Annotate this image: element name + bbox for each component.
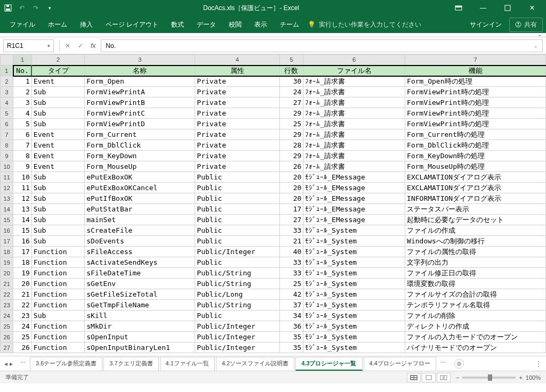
cell[interactable]: 4 (13, 108, 32, 119)
cell[interactable]: 42 (279, 289, 303, 300)
cell[interactable]: ﾌｫｰﾑ_請求書 (303, 119, 405, 129)
tab-scroll-icon[interactable]: ⋮ (535, 360, 542, 368)
cell[interactable]: ﾓｼﾞｭｰﾙ_System (303, 342, 405, 353)
cell[interactable]: 24 (13, 321, 32, 332)
cell[interactable]: Private (195, 97, 279, 108)
row-header[interactable]: 4 (1, 97, 13, 108)
row-header[interactable]: 21 (1, 279, 13, 289)
row-header[interactable]: 13 (1, 193, 13, 204)
new-sheet-button[interactable]: ⊕ (454, 359, 464, 369)
cell[interactable]: Form_MouseUp時の処理 (405, 161, 546, 172)
cell[interactable]: 2 (13, 87, 32, 97)
cell[interactable]: 20 (13, 279, 32, 289)
cell[interactable]: 23 (13, 311, 32, 321)
row-header[interactable]: 9 (1, 151, 13, 161)
ribbon-tab[interactable]: 校閲 (222, 17, 248, 32)
cell[interactable]: Sub (31, 172, 84, 183)
header-cell[interactable]: 機能 (405, 66, 546, 76)
cell[interactable]: Sub (31, 119, 84, 129)
row-header[interactable]: 23 (1, 300, 13, 311)
cell[interactable]: 20 (279, 183, 303, 193)
cell[interactable]: Form_DblClick (85, 140, 195, 151)
cell[interactable]: Function (31, 247, 84, 257)
cell[interactable]: 36 (279, 321, 303, 332)
cell[interactable]: Sub (31, 311, 84, 321)
cell[interactable]: Public (195, 311, 279, 321)
row-header[interactable]: 20 (1, 268, 13, 279)
minimize-button[interactable]: ― (472, 1, 494, 15)
cell[interactable]: 13 (13, 204, 32, 215)
cell[interactable]: sKill (85, 311, 195, 321)
chevron-down-icon[interactable]: ⌄ (537, 31, 542, 37)
view-layout-icon[interactable] (422, 373, 436, 382)
cell[interactable]: Public (195, 172, 279, 183)
column-header[interactable]: 4 (195, 55, 279, 66)
sheet-tab[interactable]: 4.4プロシージャフロー (364, 357, 436, 371)
header-cell[interactable]: タイプ (31, 66, 84, 76)
cell[interactable]: ﾓｼﾞｭｰﾙ_EMessage (303, 215, 405, 225)
cell[interactable]: 30 (279, 76, 303, 87)
cell[interactable]: 環境変数の取得 (405, 279, 546, 289)
chevron-down-icon[interactable]: ⌄ (534, 43, 538, 48)
cell[interactable]: 20 (279, 172, 303, 183)
cell[interactable]: Event (31, 76, 84, 87)
cell[interactable]: 19 (13, 268, 32, 279)
zoom-out-button[interactable]: − (456, 374, 459, 381)
cell[interactable]: Sub (31, 87, 84, 97)
row-header[interactable]: 24 (1, 311, 13, 321)
cell[interactable]: Function (31, 332, 84, 342)
qat-dropdown-icon[interactable]: ▾ (45, 3, 54, 13)
cell[interactable]: Private (195, 140, 279, 151)
cell[interactable]: Public (195, 236, 279, 247)
cell[interactable]: 33 (279, 225, 303, 236)
row-header[interactable]: 11 (1, 172, 13, 183)
row-header[interactable]: 5 (1, 108, 13, 119)
row-header[interactable]: 14 (1, 204, 13, 215)
sheet-tab[interactable]: 4.1ファイル一覧 (160, 357, 215, 371)
cell[interactable]: FormViewPrint時の処理 (405, 119, 546, 129)
cell[interactable]: Public (195, 193, 279, 204)
cell[interactable]: ファイルの属性の取得 (405, 247, 546, 257)
cell[interactable]: ePutStatBar (85, 204, 195, 215)
cell[interactable]: 34 (279, 311, 303, 321)
row-header[interactable]: 6 (1, 119, 13, 129)
cell[interactable]: Sub (31, 193, 84, 204)
cell[interactable]: Function (31, 342, 84, 353)
cell[interactable]: Public/String (195, 300, 279, 311)
ribbon-tab[interactable]: チーム (274, 17, 306, 32)
column-header[interactable]: 2 (31, 55, 84, 66)
zoom-level[interactable]: 100% (526, 374, 541, 381)
cell[interactable]: ﾓｼﾞｭｰﾙ_EMessage (303, 183, 405, 193)
zoom-in-button[interactable]: + (519, 374, 522, 381)
cell[interactable]: 20 (279, 193, 303, 204)
cell[interactable]: INFORMATIONダイアログ表示 (405, 193, 546, 204)
cell[interactable]: Private (195, 151, 279, 161)
cell[interactable]: ディレクトリの作成 (405, 321, 546, 332)
cell[interactable]: 24 (279, 87, 303, 97)
cell[interactable]: 7 (13, 140, 32, 151)
cell[interactable]: 14 (13, 215, 32, 225)
column-header[interactable]: 7 (405, 55, 546, 66)
cell[interactable]: ファイル修正日の取得 (405, 268, 546, 279)
cell[interactable]: 21 (13, 289, 32, 300)
row-header[interactable]: 26 (1, 332, 13, 342)
maximize-button[interactable] (497, 1, 518, 15)
cell[interactable]: 25 (279, 119, 303, 129)
cell[interactable]: sDoEvents (85, 236, 195, 247)
cell[interactable]: Form_KeyDown時の処理 (405, 151, 546, 161)
cell[interactable]: Private (195, 76, 279, 87)
cell[interactable]: sGetFileSizeTotal (85, 289, 195, 300)
cell[interactable]: Public (195, 225, 279, 236)
ribbon-options-icon[interactable] (448, 1, 469, 15)
cell[interactable]: ﾌｫｰﾑ_請求書 (303, 129, 405, 140)
cell[interactable]: sOpenInputBinaryLen1 (85, 342, 195, 353)
cell[interactable]: ファイルの削除 (405, 311, 546, 321)
cell[interactable]: Public/Integer (195, 342, 279, 353)
cell[interactable]: 17 (13, 247, 32, 257)
ribbon-tab[interactable]: 数式 (165, 17, 190, 32)
cell[interactable]: Event (31, 140, 84, 151)
ribbon-tab[interactable]: 挿入 (74, 17, 99, 32)
cell[interactable]: 文字列の出力 (405, 257, 546, 268)
cell[interactable]: 26 (279, 161, 303, 172)
cell[interactable]: ﾓｼﾞｭｰﾙ_System (303, 321, 405, 332)
